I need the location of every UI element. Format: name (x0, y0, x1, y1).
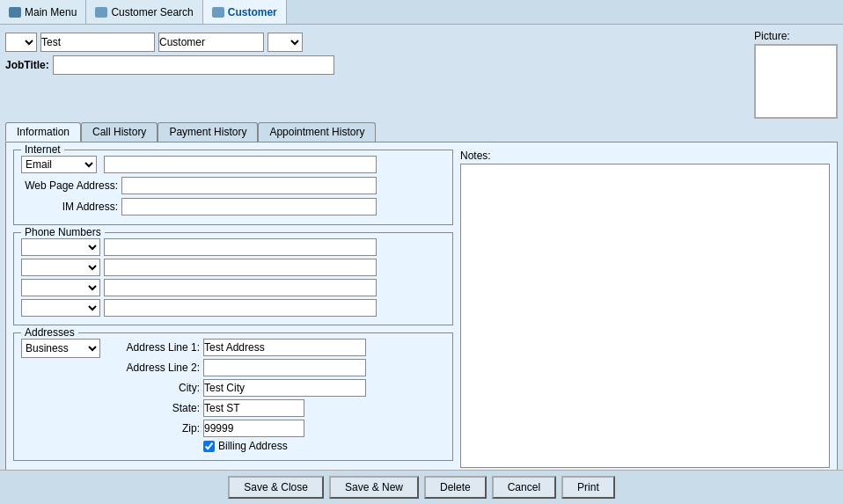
phone-row-2 (21, 259, 445, 276)
im-row: IM Address: (21, 198, 445, 215)
addresses-section: Addresses Business Address Line 1: (13, 332, 453, 461)
jobtitle-label: JobTitle: (5, 59, 49, 71)
tab-information[interactable]: Information (5, 122, 81, 142)
phone-type-4[interactable] (21, 299, 100, 317)
email-input[interactable] (104, 156, 377, 173)
tab-content-information: Internet Email Web Page (5, 142, 838, 470)
address-fields: Address Line 1: Address Line 2: City: (107, 339, 445, 455)
address-line1-input[interactable] (203, 339, 366, 356)
billing-row: Billing Address (107, 440, 445, 452)
billing-label: Billing Address (218, 440, 288, 452)
im-label: IM Address: (21, 201, 118, 213)
state-label: State: (107, 402, 200, 414)
main-menu-icon (9, 7, 21, 18)
top-section: JobTitle: Picture: (5, 30, 838, 119)
picture-label: Picture: (754, 30, 790, 42)
phone-input-3[interactable] (104, 279, 377, 296)
notes-label: Notes: (460, 150, 830, 162)
notes-panel: Notes: (460, 150, 830, 468)
title-bar: Main Menu Customer Search Customer (0, 0, 843, 25)
phone-row-1 (21, 238, 445, 256)
zip-row: Zip: (107, 420, 445, 437)
zip-input[interactable] (203, 420, 304, 437)
picture-panel: Picture: (754, 30, 838, 119)
bottom-bar: Save & Close Save & New Delete Cancel Pr… (0, 470, 843, 504)
tab-main-menu[interactable]: Main Menu (0, 0, 86, 24)
cancel-button[interactable]: Cancel (492, 476, 556, 499)
address-type-dropdown[interactable]: Business (21, 339, 100, 358)
tab-left-panel: Internet Email Web Page (13, 150, 453, 468)
tab-customer-search[interactable]: Customer Search (86, 0, 202, 24)
customer-icon (212, 7, 224, 18)
address-line1-label: Address Line 1: (107, 341, 200, 354)
address-line2-label: Address Line 2: (107, 362, 200, 374)
picture-box (754, 44, 838, 119)
city-label: City: (107, 382, 200, 394)
city-row: City: (107, 379, 445, 397)
phone-type-3[interactable] (21, 279, 100, 296)
phone-row-4 (21, 299, 445, 317)
state-row: State: (107, 399, 445, 417)
billing-checkbox[interactable] (203, 441, 215, 452)
email-row: Email (21, 156, 445, 173)
customer-search-icon (95, 7, 107, 18)
phone-input-2[interactable] (104, 259, 377, 276)
tab-customer[interactable]: Customer (203, 0, 287, 24)
webpage-row: Web Page Address: (21, 177, 445, 194)
email-type-dropdown[interactable]: Email (21, 156, 97, 173)
name-section: JobTitle: (5, 30, 747, 76)
main-menu-label: Main Menu (25, 6, 77, 18)
save-new-button[interactable]: Save & New (329, 476, 419, 499)
state-input[interactable] (203, 399, 304, 417)
zip-label: Zip: (107, 422, 200, 435)
im-input[interactable] (121, 198, 377, 215)
tabs-container: Information Call History Payment History… (5, 122, 838, 470)
prefix-dropdown[interactable] (5, 33, 37, 52)
phone-legend: Phone Numbers (21, 226, 105, 238)
phone-input-1[interactable] (104, 238, 377, 256)
internet-section: Internet Email Web Page (13, 150, 453, 225)
name-row (5, 30, 747, 55)
phone-type-2[interactable] (21, 259, 100, 276)
addresses-legend: Addresses (21, 326, 78, 339)
phone-row-3 (21, 279, 445, 296)
tab-call-history[interactable]: Call History (81, 122, 158, 142)
address-content: Business Address Line 1: Address Line 2: (21, 339, 445, 455)
customer-search-label: Customer Search (111, 6, 193, 18)
tab-appointment-history[interactable]: Appointment History (258, 122, 376, 142)
address-line2-input[interactable] (203, 359, 366, 376)
jobtitle-row: JobTitle: (5, 55, 747, 76)
last-name-input[interactable] (158, 33, 264, 52)
content-area: JobTitle: Picture: Information Call Hist… (0, 25, 843, 470)
city-input[interactable] (203, 379, 366, 397)
phone-input-4[interactable] (104, 299, 377, 317)
delete-button[interactable]: Delete (424, 476, 487, 499)
tabs-bar: Information Call History Payment History… (5, 122, 838, 142)
phone-numbers-section: Phone Numbers (13, 232, 453, 325)
print-button[interactable]: Print (561, 476, 615, 499)
suffix-dropdown[interactable] (268, 33, 303, 52)
tab-payment-history[interactable]: Payment History (158, 122, 258, 142)
internet-legend: Internet (21, 143, 64, 156)
first-name-input[interactable] (40, 33, 155, 52)
webpage-label: Web Page Address: (21, 179, 118, 192)
phone-type-1[interactable] (21, 238, 100, 256)
customer-tab-label: Customer (228, 6, 277, 18)
app-window: Main Menu Customer Search Customer (0, 0, 843, 504)
jobtitle-input[interactable] (53, 55, 334, 75)
address-line1-row: Address Line 1: (107, 339, 445, 356)
notes-textarea[interactable] (460, 164, 830, 468)
webpage-input[interactable] (121, 177, 377, 194)
address-line2-row: Address Line 2: (107, 359, 445, 376)
save-close-button[interactable]: Save & Close (228, 476, 324, 499)
billing-checkbox-row: Billing Address (203, 440, 288, 452)
